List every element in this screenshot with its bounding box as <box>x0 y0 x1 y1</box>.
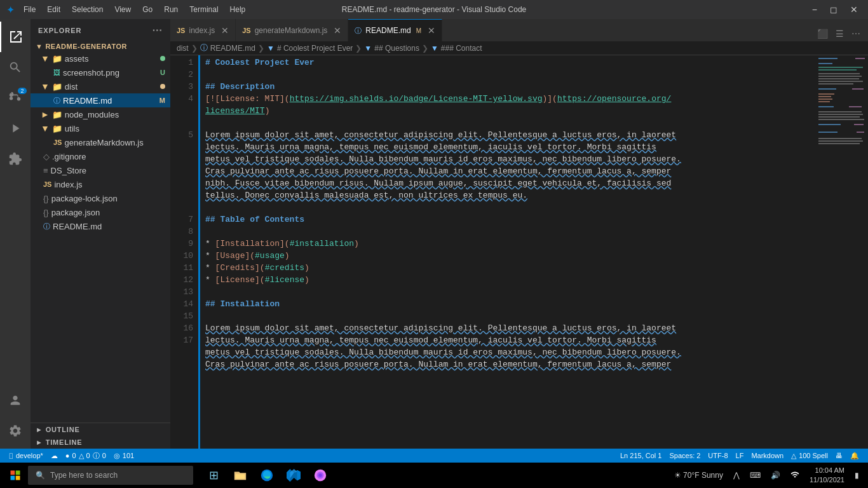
breadcrumb-h1[interactable]: # Coolest Project Ever <box>277 44 353 53</box>
menu-run[interactable]: Run <box>159 4 183 15</box>
svg-rect-6 <box>818 76 862 77</box>
tray-clock[interactable]: 10:04 AM 11/10/2021 <box>806 464 848 487</box>
tray-volume[interactable]: 🔊 <box>767 470 784 481</box>
breadcrumb-sep: ❯ <box>191 44 198 53</box>
activity-settings[interactable] <box>0 416 31 446</box>
start-button[interactable] <box>5 465 25 485</box>
taskbar-task-view[interactable]: ⊞ <box>201 463 226 488</box>
tab-close-button[interactable]: ✕ <box>334 25 341 36</box>
source-control-badge: 2 <box>18 88 27 94</box>
code-line-4: [![License: MIT](https://img.shields.io/… <box>205 93 817 117</box>
tab-close-button[interactable]: ✕ <box>428 25 435 36</box>
activity-source-control[interactable]: 2 <box>0 83 31 113</box>
error-count: 0 <box>72 452 76 459</box>
status-spaces[interactable]: Spaces: 2 <box>665 452 704 459</box>
sidebar-more-button[interactable]: ⋯ <box>152 24 163 36</box>
tree-item-package-json[interactable]: {} package.json <box>31 205 170 219</box>
status-language[interactable]: Markdown <box>747 452 787 459</box>
tree-item-utils[interactable]: ▼ 📁 utils <box>31 121 170 135</box>
code-line-8: ## Table of Contents <box>205 214 817 226</box>
taskbar-search[interactable]: 🔍 Type here to search <box>28 466 193 485</box>
status-notifications[interactable]: 🔔 <box>846 452 863 460</box>
split-editor-button[interactable]: ⬛ <box>815 26 831 41</box>
code-line-3: ## Description <box>205 81 817 93</box>
tab-readme[interactable]: ⓘ README.md M ✕ <box>348 19 442 41</box>
activity-search[interactable] <box>0 52 31 83</box>
activity-run[interactable] <box>0 113 31 144</box>
toggle-panel-button[interactable]: ☰ <box>833 26 846 41</box>
tree-item-assets[interactable]: ▼ 📁 assets <box>31 51 170 65</box>
status-errors[interactable]: ● 0 △ 0 ⓘ 0 <box>62 449 110 463</box>
tree-label: DS_Store <box>51 166 86 175</box>
editor-area: JS index.js ✕ JS generateMarkdown.js ✕ ⓘ… <box>170 19 868 449</box>
tree-item-readme-dist[interactable]: ⓘ README.md M <box>31 93 170 107</box>
live-label: 101 <box>123 452 134 459</box>
tree-item-generate-markdown[interactable]: JS generateMarkdown.js <box>31 135 170 149</box>
svg-rect-11 <box>818 93 834 95</box>
taskbar-vscode[interactable] <box>281 463 306 488</box>
tree-item-screenshot[interactable]: 🖼 screenshot.png U <box>31 65 170 79</box>
close-button[interactable]: ✕ <box>846 3 862 16</box>
outline-panel-header[interactable]: ► OUTLINE <box>31 423 170 436</box>
status-spell[interactable]: △ 100 Spell <box>787 452 832 460</box>
tab-index-js[interactable]: JS index.js ✕ <box>170 19 236 41</box>
tree-item-package-lock[interactable]: {} package-lock.json <box>31 191 170 205</box>
tray-notification[interactable]: ▮ <box>851 470 863 481</box>
search-icon: 🔍 <box>36 471 45 480</box>
activity-explorer[interactable] <box>0 22 31 52</box>
more-actions-button[interactable]: ⋯ <box>849 26 863 41</box>
svg-rect-12 <box>818 96 831 97</box>
taskbar-edge[interactable] <box>254 463 280 488</box>
menu-view[interactable]: View <box>109 4 136 15</box>
code-line-2 <box>205 69 817 81</box>
activity-account[interactable] <box>0 385 31 416</box>
svg-rect-3 <box>818 67 863 68</box>
root-folder-label: README-GENERATOR <box>45 43 127 50</box>
status-eol[interactable]: LF <box>732 452 748 459</box>
tray-network[interactable] <box>787 469 803 482</box>
status-dot <box>160 84 165 89</box>
tray-chevron[interactable]: ⋀ <box>729 470 743 481</box>
breadcrumb-section-icon2: ▼ <box>364 44 372 53</box>
status-encoding[interactable]: UTF-8 <box>704 452 731 459</box>
outline-label: OUTLINE <box>46 426 80 433</box>
taskbar-app5[interactable] <box>308 463 333 488</box>
tray-keyboard[interactable]: ⌨ <box>746 470 764 481</box>
svg-rect-2 <box>818 63 832 64</box>
tree-item-dist[interactable]: ▼ 📁 dist <box>31 79 170 93</box>
breadcrumb-dist[interactable]: dist <box>177 44 189 53</box>
tree-item-readme-root[interactable]: ⓘ README.md <box>31 219 170 233</box>
explorer-root[interactable]: ▼ README-GENERATOR <box>31 41 170 51</box>
svg-rect-1 <box>818 58 837 59</box>
tree-item-node-modules[interactable]: ► 📁 node_modules <box>31 107 170 121</box>
maximize-button[interactable]: ◻ <box>826 3 841 16</box>
tray-weather[interactable]: ☀ 70°F Sunny <box>670 470 727 481</box>
status-sync[interactable]: ☁ <box>47 449 62 463</box>
tab-close-button[interactable]: ✕ <box>221 25 229 36</box>
breadcrumb-h2[interactable]: ## Questions <box>374 44 419 53</box>
tree-item-ds-store[interactable]: ≡ DS_Store <box>31 163 170 177</box>
warning-count: 0 <box>86 452 90 459</box>
timeline-panel-header[interactable]: ► TIMELINE <box>31 436 170 449</box>
menu-file[interactable]: File <box>18 4 41 15</box>
menu-help[interactable]: Help <box>225 4 251 15</box>
status-position[interactable]: Ln 215, Col 1 <box>616 452 665 459</box>
breadcrumb-h3[interactable]: ### Contact <box>441 44 482 53</box>
taskbar-file-explorer[interactable] <box>227 463 253 488</box>
minimize-button[interactable]: − <box>808 3 821 16</box>
tree-item-gitignore[interactable]: ◇ .gitignore <box>31 149 170 163</box>
tree-label: README.md <box>63 96 112 105</box>
menu-go[interactable]: Go <box>137 4 158 15</box>
status-live[interactable]: ◎ 101 <box>110 449 138 463</box>
svg-rect-14 <box>818 101 830 102</box>
tab-generate-markdown[interactable]: JS generateMarkdown.js ✕ <box>236 19 348 41</box>
menu-terminal[interactable]: Terminal <box>184 4 223 15</box>
status-remote[interactable]: 🖶 <box>832 452 846 459</box>
activity-extensions[interactable] <box>0 144 31 174</box>
breadcrumb-readme[interactable]: README.md <box>210 44 255 53</box>
menu-edit[interactable]: Edit <box>42 4 65 15</box>
tree-item-index-js[interactable]: JS index.js <box>31 177 170 191</box>
menu-selection[interactable]: Selection <box>67 4 108 15</box>
status-branch[interactable]: ⌷ develop* <box>5 449 47 463</box>
code-editor[interactable]: # Coolest Project Ever ## Description [!… <box>198 55 817 449</box>
